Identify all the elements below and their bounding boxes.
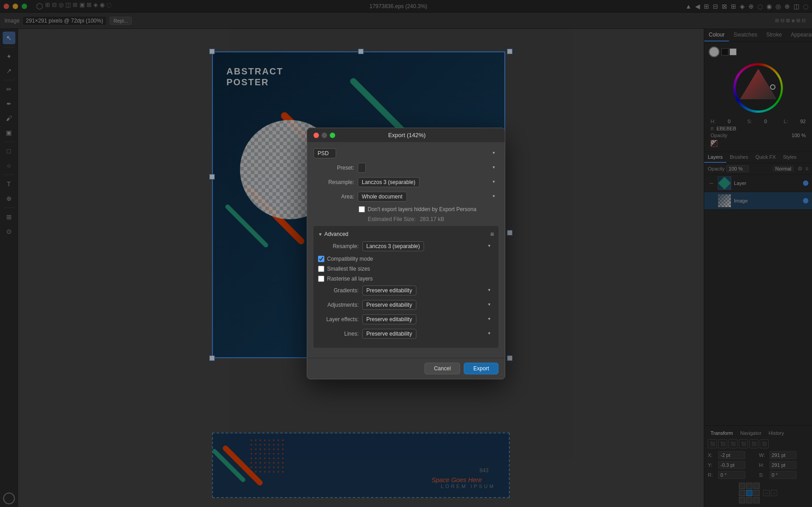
area-select[interactable]: Whole document Selection: [358, 192, 407, 202]
cancel-button[interactable]: Cancel: [424, 363, 460, 374]
export-dialog: Export (142%) PSD PNG JPEG TIFF Preset:: [307, 128, 505, 379]
dialog-minimize[interactable]: [322, 133, 327, 138]
dialog-maximize[interactable]: [330, 133, 335, 138]
advanced-section: ▼ Advanced ≡ Resample: Lanczos 3 (separa…: [314, 226, 498, 348]
gradients-select[interactable]: Preserve editability: [362, 286, 416, 295]
gradients-row: Gradients: Preserve editability: [318, 286, 494, 295]
dialog-traffic-lights: [314, 133, 335, 138]
adv-resample-select[interactable]: Lanczos 3 (separable): [362, 241, 424, 251]
dialog-title: Export (142%): [335, 132, 479, 138]
advanced-header[interactable]: ▼ Advanced ≡: [318, 230, 494, 238]
smallest-checkbox[interactable]: [318, 266, 324, 272]
resample-row: Resample: Lanczos 3 (separable) Bilinear…: [314, 177, 498, 187]
dialog-body: PSD PNG JPEG TIFF Preset: Resam: [307, 142, 505, 358]
adv-resample-row: Resample: Lanczos 3 (separable): [318, 241, 494, 251]
compat-checkbox[interactable]: [318, 256, 324, 262]
file-size-row: Estimated File Size: 283.17 kB: [314, 216, 498, 222]
dialog-buttons: Cancel Export: [307, 358, 505, 379]
area-row: Area: Whole document Selection: [314, 192, 498, 202]
lines-row: Lines: Preserve editability: [318, 329, 494, 339]
layer-effects-row: Layer effects: Preserve editability: [318, 314, 494, 324]
dialog-titlebar: Export (142%): [307, 128, 505, 142]
adjustments-select[interactable]: Preserve editability: [362, 300, 416, 310]
rasterise-row: Rasterise all layers: [318, 276, 494, 282]
advanced-menu-icon[interactable]: ≡: [490, 230, 494, 238]
layer-effects-select[interactable]: Preserve editability: [362, 314, 416, 324]
dialog-close[interactable]: [314, 133, 319, 138]
smallest-row: Smallest file sizes: [318, 266, 494, 272]
lines-select[interactable]: Preserve editability: [362, 329, 416, 339]
dont-export-checkbox[interactable]: [359, 206, 365, 212]
format-select[interactable]: PSD PNG JPEG TIFF: [314, 148, 336, 158]
adjustments-row: Adjustments: Preserve editability: [318, 300, 494, 310]
export-button[interactable]: Export: [464, 363, 498, 374]
dialog-overlay: Export (142%) PSD PNG JPEG TIFF Preset:: [0, 0, 812, 507]
preset-row: Preset:: [314, 163, 498, 173]
advanced-chevron-icon: ▼: [318, 232, 323, 237]
compat-row: Compatibility mode: [318, 256, 494, 262]
format-row: PSD PNG JPEG TIFF: [314, 148, 498, 158]
rasterise-checkbox[interactable]: [318, 276, 324, 282]
preset-select[interactable]: [358, 163, 366, 173]
resample-select[interactable]: Lanczos 3 (separable) Bilinear Bicubic: [358, 177, 420, 187]
dont-export-row: Don't export layers hidden by Export Per…: [359, 206, 498, 212]
